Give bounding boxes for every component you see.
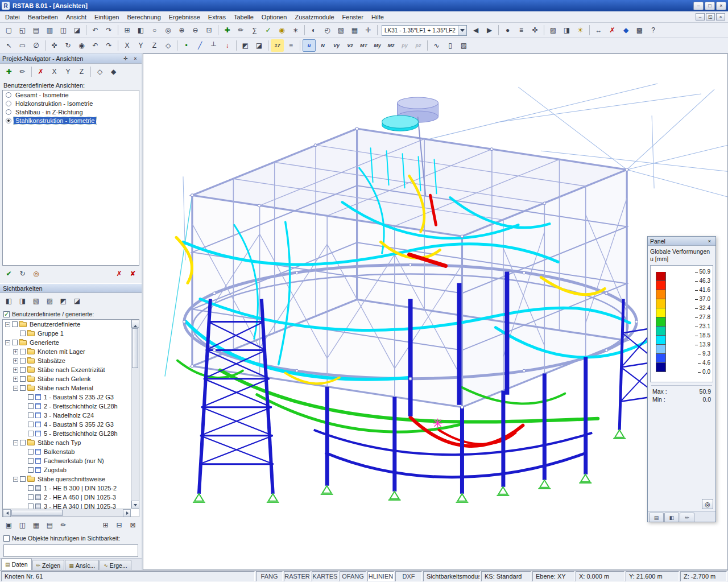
torsion-mt-toggle[interactable]: MT	[357, 39, 370, 52]
status-toggle[interactable]: RASTER	[284, 571, 311, 581]
intersection-mode-button[interactable]: ▦	[30, 519, 43, 531]
pin-icon[interactable]: ✛	[122, 55, 130, 62]
grid-settings-button[interactable]: ▦	[348, 24, 361, 36]
tree-item[interactable]: 4 - Baustahl S 355 J2 G3	[3, 420, 131, 429]
status-toggle[interactable]: OFANG	[340, 571, 366, 581]
new-objects-checkbox[interactable]	[3, 535, 10, 542]
tree-checkbox[interactable]	[28, 467, 34, 473]
menu-item[interactable]: Optionen	[258, 11, 291, 22]
toolbar-button[interactable]	[43, 39, 47, 52]
select-special-button[interactable]: ∅	[30, 39, 43, 52]
mdi-restore-button[interactable]: ◱	[706, 13, 715, 20]
toolbar-button[interactable]	[266, 39, 270, 52]
new-load-button[interactable]: ↓	[221, 39, 234, 52]
copy-graphic-button[interactable]: ◪	[71, 24, 84, 36]
isometric-view-button[interactable]: ◇	[162, 39, 175, 52]
show-table-button[interactable]: ⊞	[99, 519, 112, 531]
expander-icon[interactable]	[13, 440, 18, 445]
visibility-mode-button[interactable]: ◩	[239, 39, 252, 52]
toolbar-button[interactable]	[425, 39, 429, 52]
show-values-button[interactable]: ≡	[284, 39, 297, 52]
navigator-toolbar-button[interactable]	[89, 65, 93, 78]
menu-item[interactable]: Hilfe	[367, 11, 388, 22]
scrollbar-thumb[interactable]	[11, 510, 63, 516]
toolbar-button[interactable]	[375, 24, 379, 36]
navigator-view-x-button[interactable]: X	[48, 65, 61, 78]
goto-load-case-button[interactable]: ●	[501, 24, 514, 36]
previous-load-case-button[interactable]: ◀	[469, 24, 482, 36]
moment-my-toggle[interactable]: My	[371, 39, 384, 52]
expander-icon[interactable]	[13, 358, 18, 364]
project-navigator-button[interactable]: ◧	[134, 24, 147, 36]
tree-checkbox[interactable]	[28, 403, 34, 409]
menu-item[interactable]: Einfügen	[90, 11, 123, 22]
navigator-close-button[interactable]: ×	[131, 55, 139, 62]
superposition-button[interactable]: ≡	[515, 24, 528, 36]
status-toggle[interactable]: FANG	[256, 571, 283, 581]
new-load-case-button[interactable]: ✚	[221, 24, 234, 36]
navigator-tab[interactable]: ∿Erge...	[100, 560, 131, 570]
tree-item[interactable]: Fachwerkstab (nur N)	[3, 456, 131, 465]
menu-item[interactable]: Fenster	[338, 11, 367, 22]
tree-checkbox[interactable]	[28, 412, 34, 418]
panel-tab-factors[interactable]: ◧	[664, 513, 679, 522]
model-3d-view[interactable]: Panel × Globale Verformungen u [mm] 50.9…	[143, 53, 728, 570]
vertical-scrollbar[interactable]	[131, 320, 139, 509]
tree-checkbox[interactable]	[28, 503, 34, 509]
menu-item[interactable]: Bearbeiten	[24, 11, 62, 22]
camera-button[interactable]: ◐	[307, 24, 320, 36]
load-pz-toggle[interactable]: pz	[412, 39, 425, 52]
zoom-dynamic-button[interactable]: ◉	[75, 39, 88, 52]
visibility-by-window-button[interactable]: ◧	[2, 295, 15, 307]
navigator-view-isometric-button[interactable]: ◇	[93, 65, 106, 78]
view-in-y-button[interactable]: Y	[134, 39, 147, 52]
status-toggle[interactable]: HLINIEN	[367, 571, 394, 581]
horizontal-scrollbar[interactable]	[3, 509, 131, 517]
tree-item[interactable]: 1 - Baustahl S 235 J2 G3	[3, 393, 131, 402]
tree-item[interactable]: 5 - Brettschichtholz GL28h	[3, 429, 131, 438]
menu-item[interactable]: Zusatzmodule	[291, 11, 338, 22]
tree-checkbox[interactable]	[28, 431, 34, 436]
radio-icon[interactable]	[6, 118, 11, 123]
show-all-button[interactable]: ⊡	[202, 24, 216, 36]
toolbar-button[interactable]	[84, 24, 88, 36]
new-file-button[interactable]: ▢	[2, 24, 15, 36]
expander-icon[interactable]	[13, 377, 18, 382]
expander-icon[interactable]	[5, 322, 10, 327]
tree-item[interactable]: Balkenstab	[3, 447, 131, 456]
tree-checkbox[interactable]	[20, 367, 26, 373]
panel-tab-filter[interactable]: ✏	[680, 513, 694, 522]
select-pointer-button[interactable]: ↖	[2, 39, 15, 52]
tree-item[interactable]: 2 - Brettschichtholz GL28h	[3, 402, 131, 411]
scroll-right-icon[interactable]	[123, 509, 131, 517]
maximize-button[interactable]: □	[705, 2, 715, 10]
tree-checkbox[interactable]	[28, 422, 34, 427]
redo-button[interactable]: ↷	[102, 24, 115, 36]
close-button[interactable]: ×	[716, 2, 726, 10]
check-model-button[interactable]: ✓	[262, 24, 275, 36]
menu-item[interactable]: Ergebnisse	[165, 11, 204, 22]
clipping-plane-button[interactable]: ◪	[253, 39, 266, 52]
tree-checkbox[interactable]	[20, 376, 26, 382]
tree-item[interactable]: 1 - HE B 300 | DIN 1025-2	[3, 484, 131, 493]
user-defined-visibility-button[interactable]: ▣	[2, 519, 15, 531]
tree-checkbox[interactable]	[20, 331, 26, 336]
help-button[interactable]: ?	[647, 24, 660, 36]
tree-checkbox[interactable]	[28, 494, 34, 500]
zoom-window-button[interactable]: ◎	[162, 24, 175, 36]
tree-item[interactable]: 2 - HE A 450 | DIN 1025-3	[3, 493, 131, 502]
toolbar-button[interactable]	[216, 24, 220, 36]
panel-tab-color-scale[interactable]: ▤	[649, 513, 664, 522]
menu-item[interactable]: Ansicht	[62, 11, 90, 22]
display-properties-button[interactable]: ▨	[547, 24, 560, 36]
load-case-display-button[interactable]: 17	[271, 39, 284, 52]
view-option[interactable]: Holzkonstruktion - Isometrie	[3, 99, 139, 108]
menu-item[interactable]: Datei	[1, 11, 24, 22]
new-member-button[interactable]: ╱	[193, 39, 206, 52]
show-results-button[interactable]: ◉	[275, 24, 288, 36]
tree-item[interactable]: Benutzerdefinierte	[3, 320, 131, 329]
tree-checkbox[interactable]	[20, 476, 26, 482]
save-file-button[interactable]: ▤	[30, 24, 43, 36]
panel-zoom-button[interactable]: ◎	[702, 499, 713, 509]
tree-checkbox[interactable]	[28, 394, 34, 400]
